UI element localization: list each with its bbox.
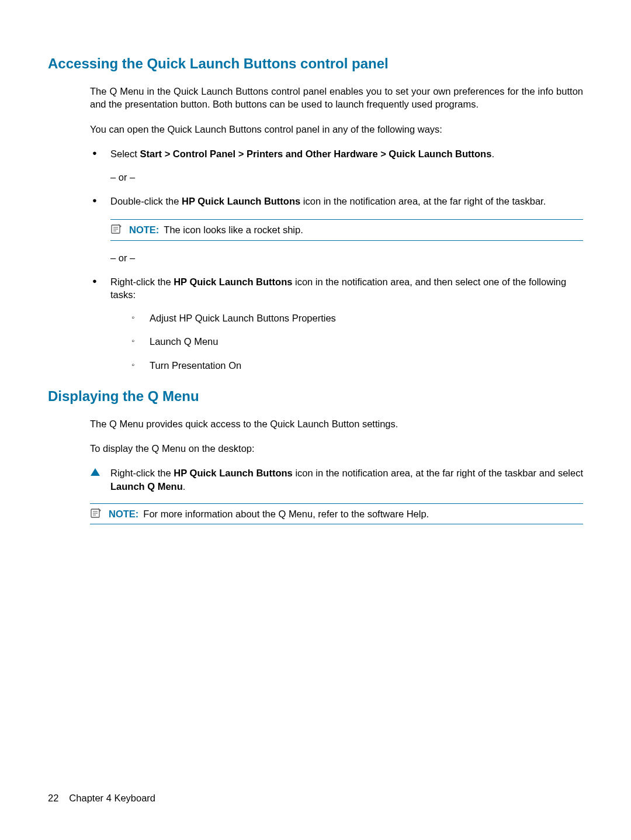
or-separator: – or – bbox=[110, 172, 583, 183]
list-text-prefix: Right-click the bbox=[110, 276, 174, 287]
list-text-bold: HP Quick Launch Buttons bbox=[174, 468, 292, 478]
note-text: The icon looks like a rocket ship. bbox=[164, 224, 303, 235]
list-text-prefix: Right-click the bbox=[110, 468, 174, 478]
paragraph: You can open the Quick Launch Buttons co… bbox=[90, 123, 583, 136]
list-item: Double-click the HP Quick Launch Buttons… bbox=[90, 195, 583, 208]
bullet-list: Double-click the HP Quick Launch Buttons… bbox=[90, 195, 583, 208]
list-text-prefix: Select bbox=[110, 148, 140, 159]
sublist-item: Adjust HP Quick Launch Buttons Propertie… bbox=[129, 312, 583, 324]
sublist: Adjust HP Quick Launch Buttons Propertie… bbox=[129, 312, 583, 372]
section-heading: Accessing the Quick Launch Buttons contr… bbox=[48, 56, 583, 72]
note-callout: NOTE:The icon looks like a rocket ship. bbox=[110, 219, 583, 240]
list-item: Right-click the HP Quick Launch Buttons … bbox=[90, 275, 583, 372]
list-text-bold: Launch Q Menu bbox=[110, 481, 183, 492]
paragraph: To display the Q Menu on the desktop: bbox=[90, 442, 583, 455]
bullet-list: Right-click the HP Quick Launch Buttons … bbox=[90, 275, 583, 372]
note-label: NOTE: bbox=[109, 509, 138, 519]
list-text-suffix: . bbox=[183, 481, 186, 492]
triangle-list-item: Right-click the HP Quick Launch Buttons … bbox=[90, 466, 583, 493]
chapter-label: Chapter 4 Keyboard bbox=[69, 793, 155, 803]
note-label: NOTE: bbox=[129, 224, 159, 235]
section-accessing-control-panel: Accessing the Quick Launch Buttons contr… bbox=[48, 56, 583, 372]
page-footer: 22Chapter 4 Keyboard bbox=[48, 793, 155, 804]
note-text: For more information about the Q Menu, r… bbox=[143, 509, 429, 519]
or-separator: – or – bbox=[110, 253, 583, 264]
bullet-list: Select Start > Control Panel > Printers … bbox=[90, 147, 583, 160]
paragraph: The Q Menu in the Quick Launch Buttons c… bbox=[90, 85, 583, 111]
list-text-mid: icon in the notification area, at the fa… bbox=[293, 468, 583, 478]
note-icon bbox=[90, 508, 102, 518]
list-text-suffix: . bbox=[491, 148, 494, 159]
page-number: 22 bbox=[48, 793, 58, 803]
list-text-suffix: icon in the notification area, at the fa… bbox=[300, 196, 546, 206]
note-callout: NOTE:For more information about the Q Me… bbox=[90, 503, 583, 524]
svg-marker-4 bbox=[91, 468, 100, 476]
list-item: Select Start > Control Panel > Printers … bbox=[90, 147, 583, 160]
triangle-icon bbox=[90, 468, 100, 476]
sublist-item: Turn Presentation On bbox=[129, 359, 583, 372]
paragraph: The Q Menu provides quick access to the … bbox=[90, 417, 583, 430]
sublist-item: Launch Q Menu bbox=[129, 335, 583, 348]
note-icon bbox=[110, 224, 122, 234]
list-text-bold: HP Quick Launch Buttons bbox=[182, 196, 300, 206]
section-displaying-q-menu: Displaying the Q Menu The Q Menu provide… bbox=[48, 388, 583, 524]
list-text-bold: Start > Control Panel > Printers and Oth… bbox=[140, 148, 491, 159]
list-text-prefix: Double-click the bbox=[110, 196, 182, 206]
section-heading: Displaying the Q Menu bbox=[48, 388, 583, 405]
document-page: Accessing the Quick Launch Buttons contr… bbox=[0, 0, 631, 840]
list-text-bold: HP Quick Launch Buttons bbox=[174, 276, 292, 287]
